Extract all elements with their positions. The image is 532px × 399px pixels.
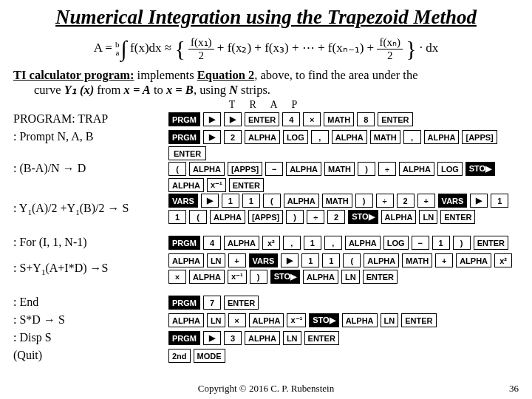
calc-key: ALPHA: [189, 270, 225, 284]
calc-key: ALPHA: [342, 313, 378, 327]
calc-key: ENTER: [474, 236, 508, 250]
calc-key: ,: [403, 130, 421, 144]
program-row: PROGRAM: TRAPPRGM▶▶ENTER4×MATH8ENTER: [13, 112, 519, 129]
calc-key: ALPHA: [399, 162, 434, 176]
code-text: : For (I, 1, N-1): [13, 236, 168, 249]
program-row: : S*D → SALPHALN×ALPHAx⁻¹STO▶ALPHALNENTE…: [13, 313, 519, 330]
calc-key: ▶: [203, 112, 221, 126]
key-sequence: PRGM▶3ALPHALNENTER: [168, 331, 519, 345]
calc-key: 1: [491, 194, 508, 208]
calc-key: [APPS]: [462, 130, 497, 144]
calc-key: x²: [262, 236, 280, 250]
key-sequence: 2ndMODE: [168, 349, 519, 363]
calc-key: MATH: [370, 130, 400, 144]
slide-title: Numerical Integration using the Trapezoi…: [13, 6, 519, 29]
calc-key: ): [453, 236, 471, 250]
calc-key: ▶: [470, 194, 488, 208]
code-text: : S*D → S: [13, 313, 168, 327]
calc-key: 8: [357, 112, 375, 126]
calc-key: +: [417, 194, 435, 208]
calc-key: ALPHA: [168, 253, 204, 267]
calc-key: ÷: [376, 194, 394, 208]
calc-key: ÷: [378, 162, 396, 176]
code-text: : End: [13, 296, 168, 309]
calc-key: [APPS]: [228, 162, 262, 176]
calc-key: LN: [283, 331, 301, 345]
calc-key: PRGM: [168, 112, 200, 126]
program-row: : (B-A)/N → D(ALPHA[APPS]−ALPHAMATH)÷ALP…: [13, 162, 519, 192]
calc-key: LOG: [437, 162, 463, 176]
calc-key: STO▶: [309, 313, 338, 327]
calc-key: ALPHA: [210, 210, 245, 224]
calc-key: 1: [301, 253, 319, 267]
calc-key: ENTER: [168, 146, 206, 160]
copyright: Copyright © 2016 C. P. Rubenstein: [0, 383, 532, 395]
calc-key: ALPHA: [381, 210, 417, 224]
calc-key: 1: [432, 236, 450, 250]
calc-key: LN: [341, 270, 360, 284]
calc-key: ALPHA: [245, 130, 280, 144]
calc-key: 2: [397, 194, 415, 208]
calc-key: 3: [224, 331, 242, 345]
calc-key: ENTER: [401, 313, 436, 327]
calc-key: 1: [222, 194, 239, 208]
calc-key: MATH: [322, 194, 352, 208]
key-sequence: PRGM7ENTER: [168, 296, 519, 310]
calc-key: x⁻¹: [287, 313, 306, 327]
calc-key: LN: [419, 210, 437, 224]
calc-key: STO▶: [270, 270, 300, 284]
code-text: : (B-A)/N → D: [13, 162, 168, 175]
calc-key: ,: [324, 236, 342, 250]
key-sequence: VARS▶11(ALPHAMATH)÷2+VARS▶11(ALPHA[APPS]…: [168, 194, 519, 224]
calc-key: 1: [168, 210, 186, 224]
calc-key: ALPHA: [168, 178, 204, 192]
key-sequence: PRGM4ALPHAx²,1,ALPHALOG−1)ENTER: [168, 236, 519, 250]
program-rows: PROGRAM: TRAPPRGM▶▶ENTER4×MATH8ENTER: Pr…: [13, 112, 519, 365]
calc-key: ALPHA: [249, 313, 284, 327]
calc-key: −: [412, 236, 429, 250]
calc-key: VARS: [168, 194, 198, 208]
calc-key: +: [435, 253, 453, 267]
calc-key: ALPHA: [456, 253, 491, 267]
calc-key: ,: [283, 236, 301, 250]
calc-key: ALPHA: [303, 270, 338, 284]
calc-key: [APPS]: [248, 210, 283, 224]
calc-key: ,: [311, 130, 329, 144]
calc-key: PRGM: [168, 296, 200, 310]
calc-key: 4: [282, 112, 300, 126]
calc-key: LOG: [383, 236, 409, 250]
calc-key: ALPHA: [224, 236, 259, 250]
calc-key: −: [265, 162, 283, 176]
calc-key: 1: [322, 253, 340, 267]
calc-key: MATH: [324, 112, 354, 126]
key-hint-letters: T R A P: [13, 99, 519, 111]
program-row: : Prompt N, A, BPRGM▶2ALPHALOG,ALPHAMATH…: [13, 130, 519, 160]
calc-key: x⁻¹: [207, 178, 226, 192]
code-text: : S+Y1(A+I*D) →S: [13, 262, 168, 276]
calc-key: PRGM: [168, 236, 200, 250]
calc-key: STO▶: [466, 162, 495, 176]
program-row: : EndPRGM7ENTER: [13, 296, 519, 312]
calc-key: LN: [207, 253, 225, 267]
program-row: : S+Y1(A+I*D) →SALPHALN+VARS▶11(ALPHAMAT…: [13, 253, 519, 284]
calc-key: LN: [381, 313, 399, 327]
calc-key: ENTER: [304, 331, 339, 345]
calc-key: x⁻¹: [228, 270, 247, 284]
calc-key: ENTER: [245, 112, 279, 126]
calc-key: ▶: [224, 112, 242, 126]
calc-key: ▶: [281, 253, 299, 267]
calc-key: ▶: [201, 194, 219, 208]
calc-key: ): [358, 162, 375, 176]
calc-key: MATH: [402, 253, 432, 267]
calc-key: MATH: [324, 162, 355, 176]
code-text: (Quit): [13, 349, 168, 362]
footer: Copyright © 2016 C. P. Rubenstein 36: [0, 383, 532, 395]
calc-key: STO▶: [348, 210, 378, 224]
program-row: : Disp SPRGM▶3ALPHALNENTER: [13, 331, 519, 347]
calc-key: (: [343, 253, 361, 267]
calc-key: VARS: [249, 253, 279, 267]
main-equation: A = ba∫ f(x)dx ≈ { f(x₁)2 + f(x₂) + f(x₃…: [13, 32, 519, 62]
code-text: : Disp S: [13, 331, 168, 344]
calc-key: ALPHA: [245, 331, 280, 345]
calc-key: ENTER: [224, 296, 259, 310]
